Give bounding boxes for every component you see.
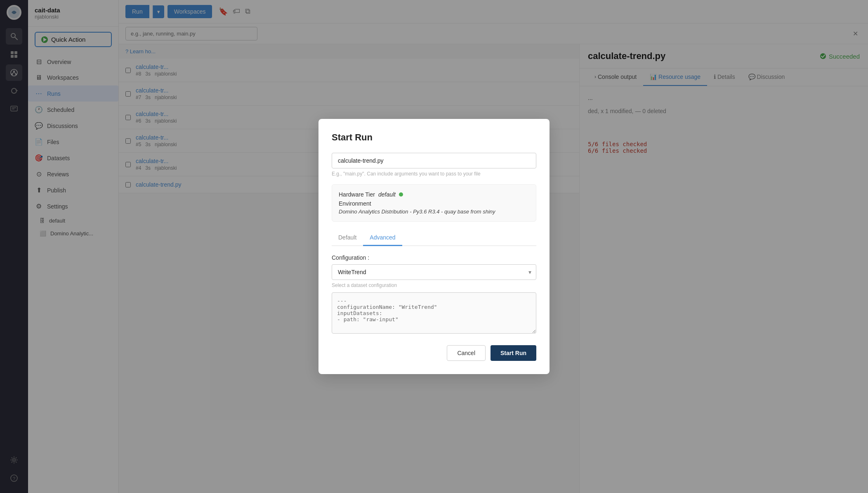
hardware-label: Hardware Tier	[339, 191, 375, 198]
config-label: Configuration :	[332, 254, 536, 261]
hardware-value: default	[378, 191, 396, 198]
config-hint: Select a dataset configuration	[332, 282, 536, 288]
tab-advanced-label: Advanced	[370, 234, 395, 241]
tab-default[interactable]: Default	[332, 230, 363, 246]
config-textarea[interactable]: --- configurationName: "WriteTrend" inpu…	[332, 292, 536, 334]
green-dot-icon	[399, 192, 403, 197]
env-label: Environment	[339, 200, 529, 207]
hardware-box: Hardware Tier default Environment Domino…	[332, 184, 536, 222]
tab-advanced[interactable]: Advanced	[363, 230, 402, 246]
modal-tabs: Default Advanced	[332, 230, 536, 246]
cancel-button[interactable]: Cancel	[447, 345, 486, 361]
config-select-wrap: WriteTrend ▾	[332, 264, 536, 280]
modal-overlay: Start Run E.g., "main.py". Can include a…	[0, 0, 868, 493]
config-select[interactable]: WriteTrend	[332, 264, 536, 280]
file-hint: E.g., "main.py". Can include arguments y…	[332, 171, 536, 177]
start-run-button[interactable]: Start Run	[491, 345, 536, 361]
modal-title: Start Run	[332, 132, 536, 143]
start-run-modal: Start Run E.g., "main.py". Can include a…	[318, 119, 550, 374]
modal-actions: Cancel Start Run	[332, 345, 536, 361]
file-input[interactable]	[332, 153, 536, 168]
env-value: Domino Analytics Distribution - Py3.6 R3…	[339, 209, 529, 215]
hardware-row: Hardware Tier default	[339, 191, 529, 198]
tab-default-label: Default	[338, 234, 356, 241]
